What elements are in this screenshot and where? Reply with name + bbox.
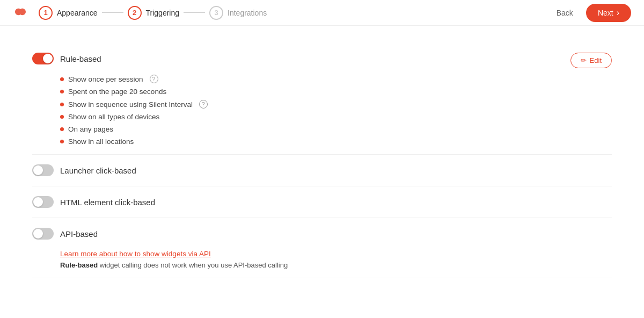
- rule-based-header-left: Rule-based: [32, 53, 101, 64]
- api-learn-more-link[interactable]: Learn more about how to show widgets via…: [60, 250, 211, 258]
- rule-item: Show in all locations: [60, 138, 612, 146]
- step-3[interactable]: 3 Integrations: [209, 6, 267, 20]
- api-based-header: API-based: [32, 218, 612, 249]
- rule-dot-icon: [60, 103, 64, 106]
- help-icon-0[interactable]: ?: [150, 75, 158, 83]
- step-1-label: Appearance: [57, 9, 98, 17]
- section-html-element: HTML element click-based: [32, 186, 612, 218]
- toggle-track: [32, 53, 54, 64]
- api-section-body: Learn more about how to show widgets via…: [60, 249, 612, 269]
- app-logo: [13, 4, 28, 21]
- toggle-thumb: [33, 197, 43, 207]
- step-connector-1: [102, 12, 123, 13]
- html-element-title: HTML element click-based: [60, 198, 155, 207]
- step-connector-2: [184, 12, 205, 13]
- html-element-header: HTML element click-based: [32, 186, 612, 218]
- launcher-toggle[interactable]: [32, 164, 54, 176]
- rule-item: On any pages: [60, 125, 612, 133]
- rule-based-title: Rule-based: [60, 54, 101, 63]
- step-3-circle: 3: [209, 6, 223, 20]
- rule-dot-icon: [60, 115, 64, 119]
- section-api-based: API-based Learn more about how to show w…: [32, 218, 612, 269]
- rule-item: Spent on the page 20 seconds: [60, 88, 612, 96]
- help-icon-2[interactable]: ?: [199, 100, 208, 109]
- rule-based-header-row: Rule-based ✏ Edit: [32, 43, 612, 75]
- toggle-track: [32, 228, 54, 240]
- back-button[interactable]: Back: [552, 6, 577, 19]
- toggle-thumb: [43, 54, 53, 63]
- api-note-bold: Rule-based: [60, 261, 98, 269]
- rule-dot-icon: [60, 140, 64, 143]
- step-3-label: Integrations: [228, 9, 267, 17]
- rule-item: Show once per session ?: [60, 75, 612, 83]
- section-rule-based: Rule-based ✏ Edit Show once per session …: [32, 43, 612, 146]
- edit-button[interactable]: ✏ Edit: [570, 53, 612, 68]
- api-note: Rule-based widget calling does not work …: [60, 261, 612, 269]
- header: 1 Appearance 2 Triggering 3 Integrations…: [0, 0, 644, 26]
- rule-dot-icon: [60, 90, 64, 93]
- rule-dot-icon: [60, 127, 64, 131]
- toggle-track: [32, 196, 54, 208]
- rule-based-toggle[interactable]: [32, 53, 54, 64]
- step-1[interactable]: 1 Appearance: [39, 6, 98, 20]
- step-2-circle: 2: [128, 6, 142, 20]
- launcher-title: Launcher click-based: [60, 166, 136, 175]
- launcher-header: Launcher click-based: [32, 155, 612, 186]
- step-2-label: Triggering: [146, 9, 180, 17]
- step-1-circle: 1: [39, 6, 53, 20]
- next-button[interactable]: Next ›: [586, 4, 631, 22]
- next-arrow-icon: ›: [617, 8, 619, 18]
- rule-item: Show on all types of devices: [60, 113, 612, 121]
- toggle-track: [32, 164, 54, 176]
- rule-dot-icon: [60, 77, 64, 81]
- section-launcher: Launcher click-based: [32, 155, 612, 186]
- api-based-toggle[interactable]: [32, 228, 54, 240]
- api-based-title: API-based: [60, 229, 98, 238]
- html-element-toggle[interactable]: [32, 196, 54, 208]
- stepper: 1 Appearance 2 Triggering 3 Integrations: [39, 6, 267, 20]
- pencil-icon: ✏: [581, 56, 587, 64]
- api-note-rest: widget calling does not work when you us…: [98, 261, 288, 269]
- rule-item: Show in sequence using Silent Interval ?: [60, 100, 612, 109]
- toggle-thumb: [33, 229, 43, 238]
- header-actions: Back Next ›: [552, 4, 631, 22]
- step-2[interactable]: 2 Triggering: [128, 6, 180, 20]
- toggle-thumb: [33, 165, 43, 175]
- main-content: Rule-based ✏ Edit Show once per session …: [0, 26, 644, 295]
- rule-list: Show once per session ? Spent on the pag…: [60, 75, 612, 146]
- divider-4: [32, 278, 612, 278]
